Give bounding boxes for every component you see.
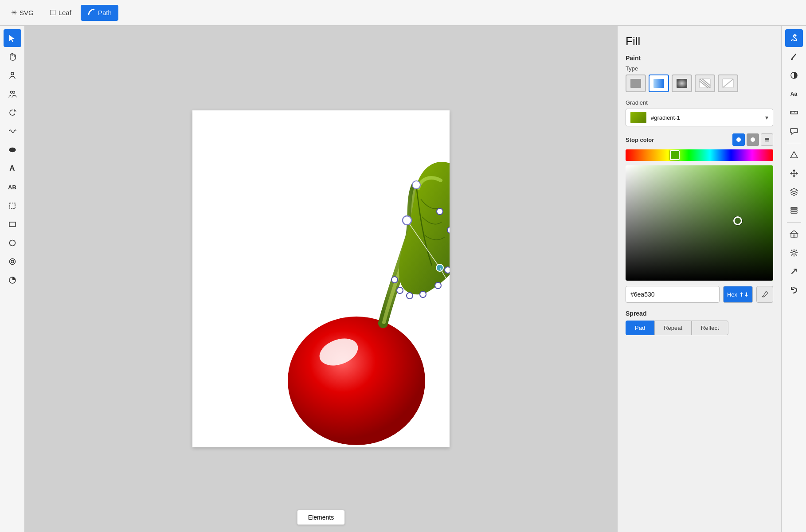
- svg-point-4: [9, 148, 16, 152]
- svg-point-37: [736, 137, 741, 142]
- fr-ruler[interactable]: [785, 104, 803, 121]
- fill-panel: Fill Paint Type: [617, 26, 781, 532]
- svg-point-7: [9, 240, 15, 246]
- svg-rect-52: [791, 212, 797, 213]
- breadcrumb-svg-label: SVG: [20, 9, 34, 16]
- tool-loop[interactable]: [4, 104, 21, 121]
- fr-contrast[interactable]: [785, 66, 803, 84]
- spread-pad[interactable]: Pad: [626, 321, 654, 335]
- canvas-container[interactable]: [192, 110, 450, 447]
- svg-point-11: [288, 317, 425, 445]
- svg-rect-28: [630, 79, 641, 88]
- svg-point-24: [403, 216, 411, 225]
- fr-layers[interactable]: [785, 183, 803, 201]
- tool-pie[interactable]: [4, 271, 21, 289]
- svg-icon: ✳: [11, 8, 17, 17]
- svg-rect-30: [677, 79, 687, 88]
- fr-export[interactable]: [785, 262, 803, 280]
- svg-point-3: [12, 91, 15, 94]
- svg-rect-6: [9, 222, 16, 227]
- svg-point-14: [437, 208, 443, 215]
- elements-button[interactable]: Elements: [297, 510, 345, 525]
- stop-color-gray[interactable]: [747, 133, 759, 146]
- color-spectrum[interactable]: [626, 149, 773, 161]
- canvas-area: Elements: [25, 26, 617, 532]
- tool-person[interactable]: [4, 66, 21, 84]
- tool-circle[interactable]: [4, 234, 21, 252]
- type-solid[interactable]: [626, 74, 646, 92]
- divider-2: [787, 222, 801, 223]
- top-toolbar: ✳ SVG ☐ Leaf Path: [0, 0, 806, 26]
- tool-text[interactable]: A: [4, 160, 21, 177]
- stop-color-menu[interactable]: [761, 133, 773, 146]
- far-right-toolbar: Aa: [781, 26, 806, 532]
- svg-point-42: [794, 35, 796, 37]
- breadcrumb-path[interactable]: Path: [81, 5, 118, 21]
- tool-hand[interactable]: [4, 48, 21, 66]
- gradient-select[interactable]: #gradient-1 ▾: [626, 109, 773, 126]
- fr-paint[interactable]: [785, 29, 803, 47]
- stop-color-label: Stop color: [626, 137, 729, 143]
- tool-select[interactable]: [4, 29, 21, 47]
- svg-point-15: [447, 227, 450, 233]
- gradient-preview: [630, 112, 646, 123]
- tool-people[interactable]: [4, 85, 21, 103]
- svg-marker-49: [790, 152, 798, 158]
- tool-circle-target[interactable]: [4, 253, 21, 270]
- leaf-icon: ☐: [50, 8, 56, 17]
- svg-point-20: [407, 293, 413, 299]
- hex-format-select[interactable]: Hex ⬆⬇: [723, 286, 753, 303]
- fr-undo[interactable]: [785, 281, 803, 299]
- gradient-label: Gradient: [626, 99, 773, 106]
- eyedropper-button[interactable]: [756, 286, 773, 303]
- type-buttons: [626, 74, 773, 92]
- tool-rectangle[interactable]: [4, 215, 21, 233]
- svg-point-2: [10, 91, 12, 94]
- hex-input[interactable]: [626, 286, 720, 303]
- hex-format-chevron: ⬆⬇: [739, 291, 749, 298]
- svg-rect-29: [653, 79, 664, 88]
- spread-reflect[interactable]: Reflect: [692, 321, 728, 335]
- breadcrumb-svg[interactable]: ✳ SVG: [4, 5, 40, 20]
- breadcrumb-leaf[interactable]: ☐ Leaf: [43, 5, 78, 20]
- type-none[interactable]: [718, 74, 738, 92]
- tool-wave[interactable]: [4, 122, 21, 140]
- stop-color-blue[interactable]: [732, 133, 745, 146]
- tool-text-style[interactable]: AB: [4, 178, 21, 196]
- type-label: Type: [626, 65, 773, 72]
- chevron-down-icon: ▾: [765, 114, 768, 121]
- fr-speech[interactable]: [785, 122, 803, 140]
- breadcrumb-leaf-label: Leaf: [59, 9, 71, 16]
- svg-rect-55: [793, 235, 795, 237]
- svg-point-19: [420, 291, 426, 297]
- svg-rect-50: [791, 207, 797, 209]
- fr-brush[interactable]: [785, 48, 803, 66]
- svg-point-17: [445, 267, 450, 273]
- spread-label: Spread: [626, 310, 773, 317]
- type-radial[interactable]: [672, 74, 692, 92]
- fr-move[interactable]: [785, 164, 803, 182]
- spread-repeat[interactable]: Repeat: [654, 321, 692, 335]
- svg-point-1: [11, 72, 14, 75]
- fr-text-size[interactable]: Aa: [785, 85, 803, 103]
- path-icon: [87, 8, 95, 18]
- svg-marker-54: [790, 231, 798, 233]
- tool-oval[interactable]: [4, 141, 21, 159]
- svg-point-21: [397, 287, 403, 293]
- breadcrumb-path-label: Path: [98, 9, 112, 16]
- svg-point-56: [793, 251, 795, 254]
- color-picker-area[interactable]: [626, 165, 773, 281]
- type-pattern[interactable]: [695, 74, 715, 92]
- left-toolbar: A AB: [0, 26, 25, 532]
- fr-settings[interactable]: [785, 244, 803, 262]
- fr-building[interactable]: [785, 225, 803, 243]
- svg-point-38: [751, 137, 755, 142]
- fr-list[interactable]: [785, 202, 803, 219]
- svg-point-8: [9, 259, 15, 265]
- hex-row: Hex ⬆⬇: [626, 286, 773, 303]
- fr-triangle[interactable]: [785, 146, 803, 164]
- svg-marker-0: [9, 35, 15, 42]
- type-linear[interactable]: [649, 74, 669, 92]
- spectrum-indicator: [670, 150, 680, 160]
- tool-crop[interactable]: [4, 197, 21, 215]
